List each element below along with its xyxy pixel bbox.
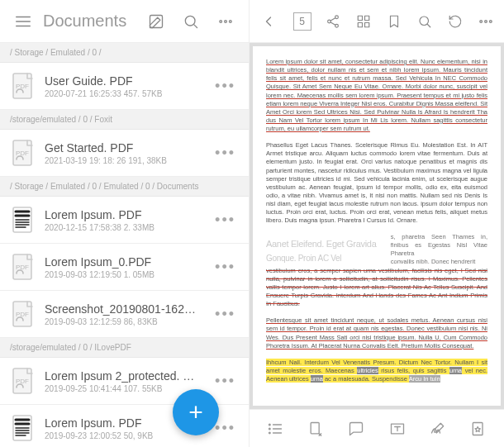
file-meta: 2020-12-15 17:58:38 2. 33MB [45, 223, 200, 232]
section-header: / Storage / Emulated / 0 / [0, 43, 249, 63]
add-button[interactable]: + [173, 389, 219, 435]
row-more-icon[interactable]: ••• [210, 78, 240, 95]
search-viewer-icon[interactable] [411, 7, 438, 36]
file-meta: 2019-09-03 12:12:59 86, 83KB [45, 317, 200, 326]
page-number-badge[interactable]: 5 [288, 7, 316, 36]
svg-point-6 [220, 20, 222, 22]
caption: Gonque. Proin AC Vel [266, 253, 383, 264]
file-name: Lorem Ipsum. PDF [45, 208, 200, 221]
svg-text:PDF: PDF [16, 83, 29, 90]
section-header: /storage/emulated / 0 / ILovePDF [0, 338, 249, 358]
svg-rect-57 [473, 422, 483, 435]
list-icon[interactable] [260, 414, 290, 444]
svg-rect-39 [364, 16, 368, 20]
row-more-icon[interactable]: ••• [210, 373, 240, 390]
svg-point-42 [420, 17, 429, 26]
svg-text:PDF: PDF [16, 311, 29, 318]
svg-rect-41 [364, 22, 368, 26]
viewer-topbar: 5 [250, 0, 504, 43]
caption-row: Aanet Eleifend. Eget Gravida Gonque. Pro… [266, 233, 487, 266]
row-more-icon[interactable]: ••• [210, 145, 240, 162]
paragraph: Pellentesque sit amet tincidunt neque, u… [266, 316, 487, 350]
svg-line-43 [427, 24, 430, 26]
file-info: Screenshot_20190801-162213.PDF2019-09-03… [45, 302, 200, 326]
file-list: / Storage / Emulated / 0 /PDFUser Guide.… [0, 43, 249, 447]
comment-icon[interactable] [341, 414, 371, 444]
file-name: Screenshot_20190801-162213.PDF [45, 302, 200, 316]
svg-line-5 [194, 24, 197, 27]
svg-point-48 [269, 428, 270, 430]
svg-line-36 [330, 17, 335, 20]
undo-icon[interactable] [441, 7, 468, 36]
row-more-icon[interactable]: ••• [210, 212, 240, 229]
pdf-file-icon: PDF [10, 252, 35, 282]
paragraph: vestibulum eros, a semper sapien urna ve… [266, 267, 487, 309]
svg-point-47 [269, 424, 270, 426]
export-page-icon[interactable] [301, 414, 330, 444]
paragraph: Lorem ipsum dolor sit amet, consectetur … [266, 58, 487, 133]
svg-point-46 [489, 20, 492, 22]
svg-rect-53 [311, 422, 319, 433]
caption: Aanet Eleifend. Eget Gravida [266, 238, 383, 250]
more-icon[interactable] [211, 7, 240, 36]
file-row[interactable]: PDFScreenshot_20190801-162213.PDF2019-09… [0, 291, 249, 338]
section-header: / Storage / Emulated / 0 / Emulated / 0 … [0, 177, 249, 197]
grid-icon[interactable] [349, 7, 377, 36]
file-info: Lorem Ipsum. PDF2020-12-15 17:58:38 2. 3… [45, 208, 200, 232]
file-name: Lorem Ipsum_0.PDF [45, 255, 200, 269]
file-row[interactable]: PDFLorem Ipsum_0.PDF2019-09-03 12:19:50 … [0, 244, 249, 291]
bookmark-icon[interactable] [380, 7, 407, 36]
page-title: Documents [43, 12, 136, 31]
file-meta: 2020-07-21 16:25:33 457. 57KB [45, 89, 200, 98]
svg-rect-38 [358, 16, 362, 20]
file-browser-topbar: Documents [0, 0, 249, 43]
pdf-file-icon: PDF [10, 299, 35, 329]
svg-point-8 [230, 20, 232, 22]
file-row[interactable]: Lorem Ipsum. PDF2020-12-15 17:58:38 2. 3… [0, 197, 249, 244]
share-icon[interactable] [319, 7, 346, 36]
file-row[interactable]: PDFUser Guide. PDF2020-07-21 16:25:33 45… [0, 63, 249, 110]
search-icon[interactable] [176, 7, 206, 36]
svg-point-4 [185, 16, 195, 26]
file-info: Lorem Ipsum_0.PDF2019-09-03 12:19:50 1. … [45, 255, 200, 279]
svg-text:PDF: PDF [16, 378, 29, 385]
file-meta: 2019-09-23 12:00:52 50, 9KB [45, 431, 200, 440]
pdf-file-icon: PDF [10, 138, 35, 168]
paragraph: Phasellus Eget Lacus Thanes. Scelerisque… [266, 141, 487, 225]
pdf-file-icon: PDF [10, 71, 35, 101]
page-file-icon [10, 413, 35, 443]
file-meta: 2019-09-03 12:19:50 1. 05MB [45, 270, 200, 279]
compose-icon[interactable] [141, 7, 171, 36]
svg-point-45 [484, 20, 487, 22]
file-browser: Documents / Storage / Emulated / 0 /PDFU… [0, 0, 250, 447]
svg-point-7 [225, 20, 227, 22]
page-canvas-wrap: Lorem ipsum dolor sit amet, consectetur … [250, 43, 504, 409]
row-more-icon[interactable]: ••• [210, 259, 240, 276]
file-row[interactable]: PDFGet Started. PDF2021-03-19 19: 18: 26… [0, 130, 249, 177]
page-canvas[interactable]: Lorem ipsum dolor sit amet, consectetur … [253, 46, 501, 406]
section-header: /storage/emulated / 0 / Foxit [0, 110, 249, 130]
file-name: Lorem Ipsum 2_protected. PDF [45, 369, 200, 383]
pdf-file-icon: PDF [10, 366, 35, 396]
row-more-icon[interactable]: ••• [210, 306, 240, 323]
file-info: Get Started. PDF2021-03-19 19: 18: 26 19… [45, 141, 200, 165]
star-page-icon[interactable] [464, 414, 493, 444]
sign-icon[interactable] [423, 414, 453, 444]
back-icon[interactable] [254, 7, 282, 36]
svg-text:PDF: PDF [16, 150, 29, 157]
page-file-icon [10, 205, 35, 235]
document-viewer: 5 Lorem ipsum dolor sit amet, consectetu… [250, 0, 504, 447]
svg-text:PDF: PDF [16, 264, 29, 271]
file-info: Lorem Ipsum 2_protected. PDF2019-09-25 1… [45, 369, 200, 393]
file-name: Get Started. PDF [45, 141, 200, 155]
viewer-bottombar [250, 409, 504, 447]
svg-rect-40 [358, 22, 362, 26]
file-name: User Guide. PDF [45, 74, 200, 88]
file-info: User Guide. PDF2020-07-21 16:25:33 457. … [45, 74, 200, 98]
svg-rect-3 [150, 15, 163, 27]
more-viewer-icon[interactable] [472, 7, 499, 36]
svg-point-49 [269, 432, 270, 434]
menu-icon[interactable] [8, 7, 38, 36]
caption-right: s, pharetra Seen Thames in, finibus es E… [391, 233, 487, 266]
textbox-icon[interactable] [383, 414, 412, 444]
